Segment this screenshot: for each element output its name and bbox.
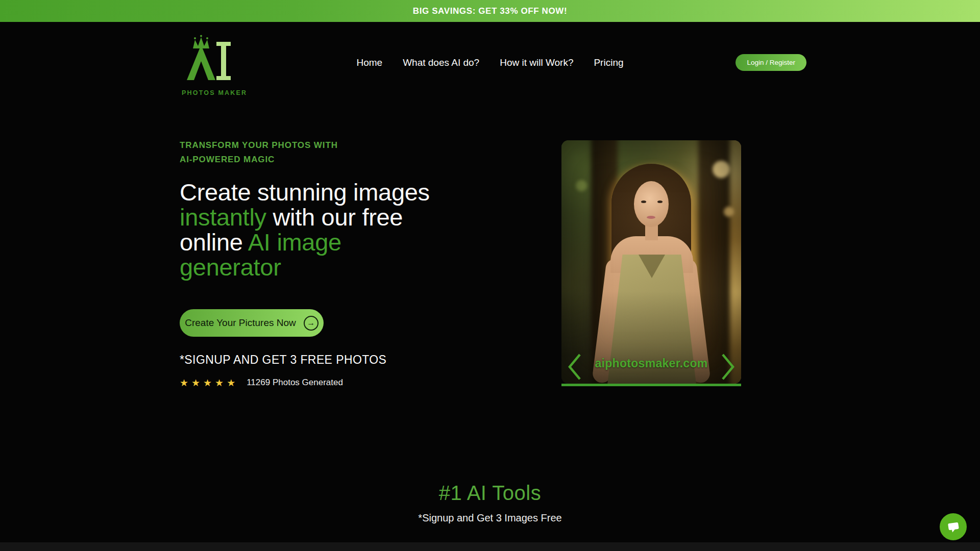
next-section-strip bbox=[0, 542, 980, 551]
rating-row: ★★★★★ 11269 Photos Generated bbox=[180, 378, 537, 388]
logo-caption: PHOTOS MAKER bbox=[182, 89, 231, 96]
headline-line2-rest: with our free bbox=[266, 204, 403, 231]
header: PHOTOS MAKER Home What does AI do? How i… bbox=[0, 22, 980, 103]
carousel-photo: aiphotosmaker.com bbox=[561, 140, 741, 384]
nav-link-home[interactable]: Home bbox=[356, 57, 382, 68]
create-pictures-button[interactable]: Create Your Pictures Now → bbox=[180, 309, 324, 337]
hero-copy: TRANSFORM YOUR PHOTOS WITH AI-POWERED MA… bbox=[180, 138, 537, 388]
logo-ai-crown-icon bbox=[182, 35, 231, 88]
chevron-left-icon bbox=[565, 352, 585, 382]
nav-link-what-does-ai-do[interactable]: What does AI do? bbox=[403, 57, 479, 68]
logo[interactable]: PHOTOS MAKER bbox=[182, 35, 231, 96]
promo-banner-text: BIG SAVINGS: GET 33% OFF NOW! bbox=[413, 6, 567, 16]
hero-eyebrow-line2: AI-POWERED MAGIC bbox=[180, 153, 537, 167]
hero-section: TRANSFORM YOUR PHOTOS WITH AI-POWERED MA… bbox=[0, 103, 980, 437]
headline-line3-start: online bbox=[180, 229, 248, 256]
headline-ai-image: AI image bbox=[248, 229, 341, 256]
signup-free-photos-note: *SIGNUP AND GET 3 FREE PHOTOS bbox=[180, 353, 537, 367]
create-pictures-label: Create Your Pictures Now bbox=[185, 317, 296, 329]
chevron-right-icon bbox=[718, 352, 738, 382]
carousel-underline-bar bbox=[561, 384, 741, 386]
hero-eyebrow: TRANSFORM YOUR PHOTOS WITH AI-POWERED MA… bbox=[180, 138, 537, 167]
promo-banner: BIG SAVINGS: GET 33% OFF NOW! bbox=[0, 0, 980, 22]
hero-eyebrow-line1: TRANSFORM YOUR PHOTOS WITH bbox=[180, 138, 537, 153]
chat-widget-button[interactable] bbox=[940, 513, 967, 540]
headline-line1: Create stunning images bbox=[180, 179, 430, 206]
nav-link-pricing[interactable]: Pricing bbox=[594, 57, 623, 68]
headline-instantly: instantly bbox=[180, 204, 266, 231]
ai-tools-subtitle: *Signup and Get 3 Images Free bbox=[0, 512, 980, 524]
photos-generated-count: 11269 Photos Generated bbox=[247, 378, 343, 388]
ai-tools-title: #1 AI Tools bbox=[0, 482, 980, 505]
main-nav: Home What does AI do? How it will Work? … bbox=[356, 57, 623, 68]
hero-headline: Create stunning imagesinstantly with our… bbox=[180, 180, 537, 280]
nav-link-how-it-will-work[interactable]: How it will Work? bbox=[500, 57, 573, 68]
headline-generator: generator bbox=[180, 254, 281, 281]
photo-vignette bbox=[561, 140, 741, 384]
speech-bubble-icon bbox=[946, 520, 961, 534]
arrow-right-circle-icon: → bbox=[304, 316, 318, 331]
ai-tools-section: #1 AI Tools *Signup and Get 3 Images Fre… bbox=[0, 437, 980, 524]
carousel-prev-button[interactable] bbox=[565, 352, 585, 382]
five-stars-icon: ★★★★★ bbox=[180, 378, 238, 388]
photo-watermark: aiphotosmaker.com bbox=[561, 357, 741, 370]
hero-carousel: aiphotosmaker.com bbox=[561, 140, 741, 386]
carousel-next-button[interactable] bbox=[718, 352, 738, 382]
login-register-button[interactable]: Login / Register bbox=[736, 54, 806, 71]
